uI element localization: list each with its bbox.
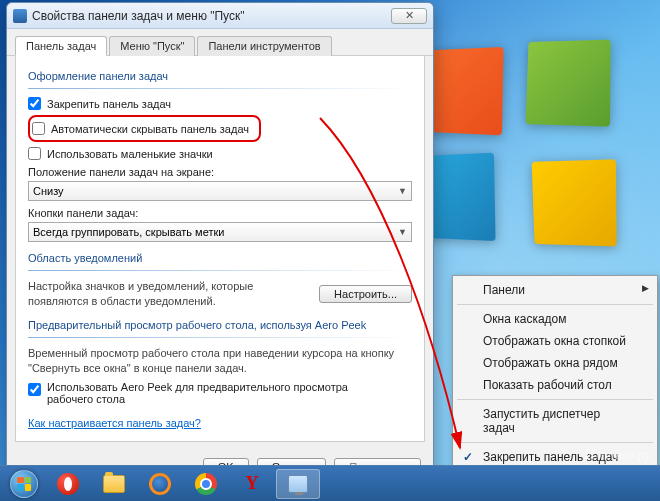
aeropeek-desc: Временный просмотр рабочего стола при на…: [28, 346, 412, 376]
start-button[interactable]: [4, 469, 44, 499]
smallicons-checkbox[interactable]: [28, 147, 41, 160]
opera-icon: [57, 473, 79, 495]
autohide-row[interactable]: Автоматически скрывать панель задач: [32, 122, 249, 135]
group-appearance-title: Оформление панели задач: [28, 70, 412, 82]
close-icon: ✕: [405, 9, 414, 22]
menu-separator: [457, 399, 653, 400]
folder-icon: [103, 475, 125, 493]
monitor-icon: [288, 475, 308, 493]
buttons-label: Кнопки панели задач:: [28, 207, 412, 219]
taskbar-item-explorer[interactable]: [92, 469, 136, 499]
taskbar-item-yandex[interactable]: Y: [230, 469, 274, 499]
customize-button[interactable]: Настроить...: [319, 285, 412, 303]
firefox-icon: [149, 473, 171, 495]
watermark: Именно.ру: [585, 447, 652, 463]
link-text: Как настраивается панель задач?: [28, 417, 201, 429]
tab-label: Меню "Пуск": [120, 40, 184, 52]
menu-label: Панели: [483, 283, 525, 297]
autohide-highlight: Автоматически скрывать панель задач: [28, 115, 261, 142]
taskbar-properties-dialog: Свойства панели задач и меню "Пуск" ✕ Па…: [6, 2, 434, 489]
titlebar[interactable]: Свойства панели задач и меню "Пуск" ✕: [7, 3, 433, 29]
chevron-down-icon: ▼: [398, 227, 407, 237]
chrome-icon: [195, 473, 217, 495]
aeropeek-label: Использовать Aero Peek для предварительн…: [47, 381, 367, 405]
taskbar-item-firefox[interactable]: [138, 469, 182, 499]
divider: [28, 337, 412, 338]
lock-taskbar-label: Закрепить панель задач: [47, 98, 171, 110]
menu-separator: [457, 304, 653, 305]
taskbar-item-properties[interactable]: [276, 469, 320, 499]
tab-label: Панели инструментов: [208, 40, 320, 52]
tab-content: Оформление панели задач Закрепить панель…: [15, 56, 425, 442]
menu-label: Запустить диспетчер задач: [483, 407, 600, 435]
tab-strip: Панель задач Меню "Пуск" Панели инструме…: [7, 29, 433, 56]
menu-showdesktop[interactable]: Показать рабочий стол: [455, 374, 655, 396]
tab-toolbars[interactable]: Панели инструментов: [197, 36, 331, 56]
group-aeropeek-title: Предварительный просмотр рабочего стола,…: [28, 319, 412, 331]
help-link[interactable]: Как настраивается панель задач?: [28, 417, 201, 429]
button-label: Настроить...: [334, 288, 397, 300]
tab-taskbar[interactable]: Панель задач: [15, 36, 107, 56]
menu-sidebyside[interactable]: Отображать окна рядом: [455, 352, 655, 374]
buttons-select[interactable]: Всегда группировать, скрывать метки ▼: [28, 222, 412, 242]
autohide-checkbox[interactable]: [32, 122, 45, 135]
menu-cascade[interactable]: Окна каскадом: [455, 308, 655, 330]
divider: [28, 270, 412, 271]
window-icon: [13, 9, 27, 23]
windows-orb-icon: [10, 470, 38, 498]
yandex-icon: Y: [241, 473, 263, 495]
close-button[interactable]: ✕: [391, 8, 427, 24]
lock-taskbar-row[interactable]: Закрепить панель задач: [28, 97, 412, 110]
menu-label: Отображать окна рядом: [483, 356, 618, 370]
chevron-down-icon: ▼: [398, 186, 407, 196]
position-value: Снизу: [33, 185, 64, 197]
smallicons-label: Использовать маленькие значки: [47, 148, 213, 160]
menu-taskmanager[interactable]: Запустить диспетчер задач: [455, 403, 655, 439]
menu-panels[interactable]: Панели: [455, 279, 655, 301]
tab-label: Панель задач: [26, 40, 96, 52]
menu-label: Окна каскадом: [483, 312, 567, 326]
smallicons-row[interactable]: Использовать маленькие значки: [28, 147, 412, 160]
notifications-desc: Настройка значков и уведомлений, которые…: [28, 279, 309, 309]
menu-separator: [457, 442, 653, 443]
menu-label: Показать рабочий стол: [483, 378, 612, 392]
group-notifications-title: Область уведомлений: [28, 252, 412, 264]
window-title: Свойства панели задач и меню "Пуск": [32, 9, 391, 23]
taskbar[interactable]: Y: [0, 465, 660, 501]
menu-label: Отображать окна стопкой: [483, 334, 626, 348]
taskbar-item-chrome[interactable]: [184, 469, 228, 499]
tab-startmenu[interactable]: Меню "Пуск": [109, 36, 195, 56]
buttons-value: Всегда группировать, скрывать метки: [33, 226, 224, 238]
lock-taskbar-checkbox[interactable]: [28, 97, 41, 110]
aeropeek-row[interactable]: Использовать Aero Peek для предварительн…: [28, 381, 412, 405]
autohide-label: Автоматически скрывать панель задач: [51, 123, 249, 135]
aeropeek-checkbox[interactable]: [28, 383, 41, 396]
windows-logo: [410, 40, 620, 250]
divider: [28, 88, 412, 89]
position-select[interactable]: Снизу ▼: [28, 181, 412, 201]
position-label: Положение панели задач на экране:: [28, 166, 412, 178]
taskbar-item-opera[interactable]: [46, 469, 90, 499]
menu-stack[interactable]: Отображать окна стопкой: [455, 330, 655, 352]
